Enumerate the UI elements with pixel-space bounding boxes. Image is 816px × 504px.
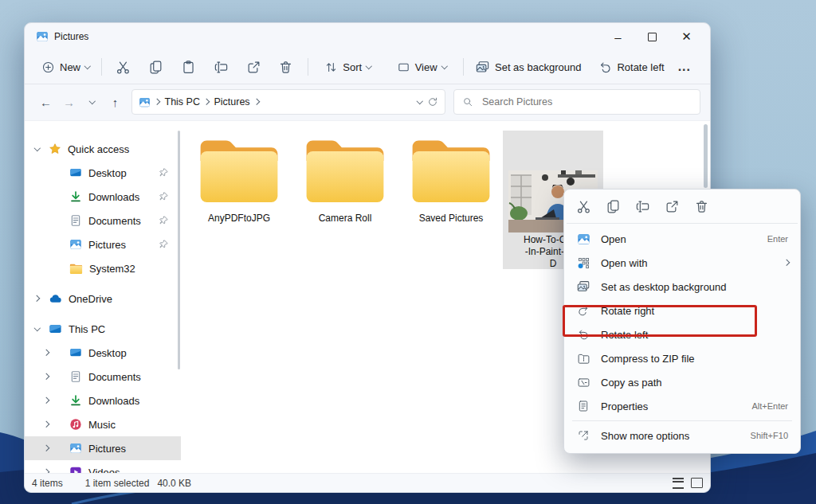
menu-item-copy-as-path[interactable]: Copy as path <box>564 370 800 394</box>
window-tab[interactable]: Pictures <box>36 30 88 43</box>
downloads-icon <box>69 190 82 203</box>
sidebar-item-documents[interactable]: Documents <box>25 209 181 232</box>
paste-button[interactable] <box>172 55 205 79</box>
rotate-left-icon <box>577 328 590 341</box>
folder-icon <box>408 132 494 208</box>
sidebar-item-label: Documents <box>88 215 141 227</box>
sidebar-item-label: Downloads <box>88 191 139 203</box>
sidebar-item-quick-access[interactable]: Quick access <box>25 137 181 161</box>
cut-icon <box>116 60 131 75</box>
menu-item-show-more-options[interactable]: Show more options Shift+F10 <box>564 424 800 447</box>
close-button[interactable]: ✕ <box>669 25 704 49</box>
open-with-icon <box>577 256 590 270</box>
rotate-left-button[interactable]: Rotate left <box>593 57 669 78</box>
chevron-down-icon[interactable] <box>34 145 41 151</box>
folder-tile[interactable]: Saved Pictures <box>404 131 498 224</box>
breadcrumb-pictures[interactable]: Pictures <box>214 96 249 107</box>
main-scrollbar[interactable] <box>704 124 708 188</box>
sort-label: Sort <box>343 61 362 73</box>
search-icon <box>462 96 473 107</box>
sidebar-item-downloads[interactable]: Downloads <box>25 185 181 209</box>
cut-icon <box>576 199 591 214</box>
sidebar-item-desktop[interactable]: Desktop <box>25 161 181 185</box>
pin-icon <box>159 191 169 201</box>
chevron-right-icon[interactable] <box>43 421 49 428</box>
delete-button[interactable] <box>687 193 716 219</box>
recent-locations-button[interactable] <box>80 91 104 113</box>
rename-button[interactable] <box>628 193 657 219</box>
status-bar: 4 items 1 item selected 40.0 KB <box>25 473 710 492</box>
chevron-right-icon[interactable] <box>43 397 49 404</box>
forward-button[interactable]: → <box>57 91 80 113</box>
details-view-icon[interactable] <box>673 478 684 489</box>
large-icons-view-icon[interactable] <box>691 478 703 488</box>
rename-icon <box>635 199 650 214</box>
delete-button[interactable] <box>270 55 303 79</box>
menu-item-rotate-right[interactable]: Rotate right <box>564 299 800 322</box>
sort-button[interactable]: Sort <box>319 57 376 78</box>
documents-icon <box>69 370 82 383</box>
see-more-button[interactable]: ... <box>670 60 699 74</box>
chevron-right-icon[interactable] <box>33 295 40 302</box>
sidebar-item-pc-pictures[interactable]: Pictures <box>25 436 181 460</box>
new-button[interactable]: New <box>36 57 96 78</box>
copy-button[interactable] <box>598 193 628 219</box>
share-button[interactable] <box>657 193 687 219</box>
sidebar-item-label: System32 <box>89 263 135 275</box>
menu-item-open-with[interactable]: Open with <box>564 251 800 275</box>
sidebar-item-pc-downloads[interactable]: Downloads <box>25 389 181 412</box>
chevron-down-icon[interactable] <box>416 98 422 104</box>
chevron-right-icon[interactable] <box>43 350 49 356</box>
share-icon <box>665 199 680 214</box>
sidebar-item-onedrive[interactable]: OneDrive <box>25 287 181 311</box>
folder-tile[interactable]: AnyPDFtoJPG <box>192 131 286 224</box>
sidebar-item-pc-music[interactable]: Music <box>25 412 181 436</box>
sidebar-item-pc-videos[interactable]: Videos <box>25 460 181 474</box>
maximize-button[interactable] <box>635 25 669 49</box>
chevron-down-icon[interactable] <box>34 325 41 331</box>
view-icon <box>397 61 410 74</box>
back-button[interactable]: ← <box>34 91 57 113</box>
copy-button[interactable] <box>139 55 172 79</box>
breadcrumb-this-pc[interactable]: This PC <box>165 96 200 107</box>
cut-button[interactable] <box>107 55 139 79</box>
rotate-left-label: Rotate left <box>617 61 664 73</box>
menu-item-properties[interactable]: Properties Alt+Enter <box>564 394 800 418</box>
open-photo-icon <box>577 232 590 246</box>
sidebar-item-pictures[interactable]: Pictures <box>25 232 181 256</box>
refresh-icon[interactable] <box>427 96 438 107</box>
chevron-right-icon <box>253 99 259 105</box>
sidebar-item-system32[interactable]: System32 <box>25 256 181 280</box>
menu-item-label: Open with <box>601 257 648 269</box>
sidebar-item-pc-documents[interactable]: Documents <box>25 365 181 389</box>
chevron-right-icon[interactable] <box>43 373 49 380</box>
menu-item-compress-to-zip[interactable]: Compress to ZIP file <box>564 346 800 370</box>
sidebar-scrollbar[interactable] <box>178 131 180 369</box>
sidebar-item-this-pc[interactable]: This PC <box>25 317 181 341</box>
search-input[interactable] <box>481 96 692 108</box>
trash-icon <box>694 199 709 214</box>
address-bar[interactable]: This PC Pictures <box>131 89 445 115</box>
folder-tile[interactable]: Camera Roll <box>298 131 392 224</box>
search-box[interactable] <box>453 89 700 115</box>
menu-item-set-as-desktop-background[interactable]: Set as desktop background <box>564 275 800 299</box>
chevron-right-icon[interactable] <box>43 445 49 451</box>
menu-item-open[interactable]: Open Enter <box>564 227 800 251</box>
set-as-background-button[interactable]: Set as background <box>469 56 586 79</box>
view-button[interactable]: View <box>391 57 452 78</box>
sidebar-item-pc-desktop[interactable]: Desktop <box>25 341 181 365</box>
star-icon <box>49 143 61 155</box>
share-button[interactable] <box>237 55 270 79</box>
cut-button[interactable] <box>569 193 598 219</box>
chevron-right-icon <box>783 260 789 266</box>
rename-icon <box>214 60 229 75</box>
menu-item-rotate-left[interactable]: Rotate left <box>564 322 800 346</box>
title-bar[interactable]: Pictures – ✕ <box>25 23 710 50</box>
chevron-right-icon <box>154 99 160 105</box>
up-button[interactable]: ↑ <box>104 91 127 113</box>
pin-icon <box>159 239 169 249</box>
minimize-button[interactable]: – <box>601 25 635 49</box>
copy-icon <box>606 199 621 214</box>
rename-button[interactable] <box>205 55 237 79</box>
zip-folder-icon <box>577 352 590 365</box>
